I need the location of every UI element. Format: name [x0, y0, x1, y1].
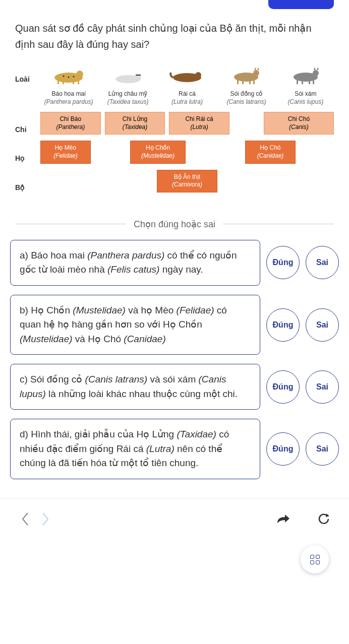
svg-rect-25 — [297, 79, 298, 84]
false-button[interactable]: Sai — [306, 370, 339, 404]
svg-point-1 — [76, 71, 83, 78]
svg-point-14 — [253, 70, 259, 76]
top-blue-accent — [268, 0, 334, 9]
svg-rect-20 — [253, 79, 255, 84]
order-box: Bộ Ăn thịt(Carnivora) — [157, 170, 217, 192]
separator-text: Chọn đúng hoặc sai — [126, 219, 223, 230]
family-row: Họ Họ Mèo(Felidae) Họ Chồn(Mustelidae) H… — [15, 141, 334, 163]
svg-rect-18 — [242, 79, 244, 84]
coyote-image — [223, 62, 269, 88]
svg-rect-5 — [78, 80, 79, 84]
svg-rect-27 — [309, 79, 310, 84]
genus-box: Chi Rái cá(Lutra) — [169, 112, 229, 135]
genus-box: Chi Chó(Canis) — [264, 112, 334, 135]
svg-marker-16 — [257, 67, 259, 70]
family-box: Họ Chồn(Mustelidae) — [130, 141, 186, 163]
answer-row: c) Sói đồng cỏ (Canis latrans) và sói xá… — [10, 364, 339, 410]
true-button[interactable]: Đúng — [266, 370, 300, 404]
species-item: Sói đồng cỏ(Canis latrans) — [218, 62, 274, 106]
svg-marker-23 — [314, 67, 316, 70]
otter-image — [164, 62, 210, 88]
svg-rect-26 — [302, 79, 303, 84]
true-button[interactable]: Đúng — [266, 432, 300, 466]
genus-row: Chi Chi Báo(Panthera) Chi Lửng(Taxidea) … — [15, 112, 334, 135]
share-icon — [276, 513, 291, 525]
species-row: Loài Báo hoa mai(Panthera pardus) Lửng c… — [15, 62, 334, 106]
answer-text-c: c) Sói đồng cỏ (Canis latrans) và sói xá… — [10, 364, 260, 410]
chevron-right-icon — [40, 511, 50, 527]
top-bar — [0, 0, 349, 10]
answers-section: a) Báo hoa mai (Panthera pardus) có thể … — [0, 240, 349, 498]
family-box: Họ Mèo(Felidae) — [40, 141, 91, 163]
order-row: Bộ Bộ Ăn thịt(Carnivora) — [15, 170, 334, 192]
genus-box: Chi Lửng(Taxidea) — [105, 112, 165, 135]
forward-button[interactable] — [35, 509, 55, 529]
family-box: Họ Chó(Canidae) — [245, 141, 296, 163]
svg-point-12 — [195, 72, 201, 78]
svg-rect-3 — [63, 80, 64, 84]
svg-rect-4 — [73, 80, 74, 84]
species-item: Rái cá(Lutra lutra) — [159, 62, 215, 106]
svg-point-7 — [68, 77, 70, 78]
badger-image — [105, 62, 151, 88]
row-label-order: Bộ — [15, 171, 40, 191]
svg-point-6 — [63, 76, 65, 77]
species-item: Sói xám(Canis lupus) — [277, 62, 334, 106]
false-button[interactable]: Sai — [306, 246, 339, 279]
false-button[interactable]: Sai — [306, 308, 339, 342]
answer-row: b) Họ Chồn (Mustelidae) và họ Mèo (Felid… — [10, 295, 339, 355]
svg-rect-19 — [249, 79, 251, 84]
row-label-species: Loài — [15, 62, 40, 83]
answer-row: a) Báo hoa mai (Panthera pardus) có thể … — [10, 240, 339, 286]
leopard-image — [46, 62, 91, 88]
phylogeny-diagram: Loài Báo hoa mai(Panthera pardus) Lửng c… — [0, 57, 349, 209]
genus-box: Chi Báo(Panthera) — [40, 112, 101, 135]
row-label-family: Họ — [15, 142, 40, 162]
svg-point-8 — [73, 76, 75, 78]
svg-rect-17 — [237, 79, 239, 84]
svg-marker-24 — [317, 67, 319, 70]
svg-marker-15 — [254, 67, 256, 70]
true-button[interactable]: Đúng — [266, 246, 300, 279]
share-button[interactable] — [273, 509, 294, 529]
svg-rect-2 — [57, 80, 59, 84]
separator: Chọn đúng hoặc sai — [15, 219, 334, 230]
chevron-left-icon — [20, 511, 30, 527]
svg-point-22 — [313, 70, 319, 76]
false-button[interactable]: Sai — [306, 432, 339, 466]
species-item: Lửng châu mỹ(Taxidea taxus) — [99, 62, 156, 106]
species-item: Báo hoa mai(Panthera pardus) — [40, 62, 97, 106]
back-button[interactable] — [15, 509, 35, 529]
refresh-button[interactable] — [314, 509, 334, 529]
answer-text-d: d) Hình thái, giải phẫu của Họ Lửng (Tax… — [10, 419, 260, 479]
wolf-image — [283, 62, 328, 88]
svg-rect-28 — [313, 79, 314, 84]
row-label-genus: Chi — [15, 113, 40, 134]
answer-text-b: b) Họ Chồn (Mustelidae) và họ Mèo (Felid… — [10, 295, 260, 355]
question-text: Quan sát sơ đồ cây phát sinh chủng loại … — [0, 10, 349, 57]
svg-marker-29 — [326, 513, 329, 517]
answer-row: d) Hình thái, giải phẫu của Họ Lửng (Tax… — [10, 419, 339, 479]
refresh-icon — [317, 512, 330, 526]
true-button[interactable]: Đúng — [266, 308, 300, 342]
bottom-nav — [0, 498, 349, 539]
answer-text-a: a) Báo hoa mai (Panthera pardus) có thể … — [10, 240, 260, 286]
